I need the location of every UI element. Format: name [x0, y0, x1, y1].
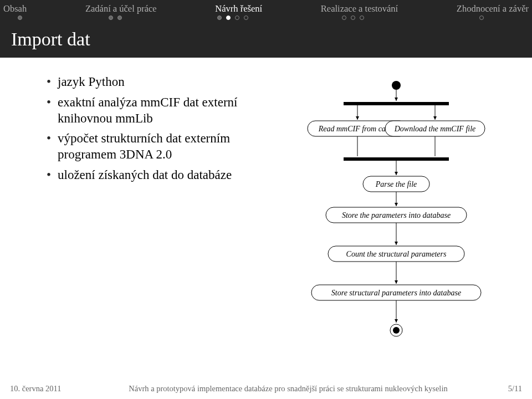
dots-zadani [65, 16, 166, 20]
nav-item-zhodnoceni[interactable]: Zhodnocení a závěr [453, 2, 532, 14]
progress-dot[interactable] [117, 16, 122, 20]
nav-item-obsah[interactable]: Obsah [0, 2, 30, 14]
label-count: Count the structural parameters [346, 250, 447, 258]
section-nav: Obsah Zadání a účel práce Návrh řešení R… [0, 0, 532, 14]
progress-dot[interactable] [360, 16, 364, 20]
nav-label: Zhodnocení a závěr [457, 3, 529, 14]
progress-dot[interactable] [235, 16, 239, 20]
nav-label: Zadání a účel práce [85, 3, 157, 14]
progress-dot[interactable] [217, 16, 222, 20]
bullet-list: jazyk Python exaktní analýza mmCIF dat e… [0, 74, 260, 385]
progress-dot[interactable] [18, 16, 22, 20]
nav-label: Realizace a testování [321, 3, 398, 14]
progress-dot[interactable] [342, 16, 346, 20]
bullet-item: výpočet strukturních dat externím progra… [47, 131, 260, 163]
progress-dots-row [0, 14, 532, 23]
label-read-cache: Read mmCIF from cache [318, 125, 397, 133]
label-parse: Parse the file [375, 180, 417, 188]
footer-date: 10. června 2011 [10, 384, 88, 393]
progress-dot[interactable] [351, 16, 355, 20]
slide: Obsah Zadání a účel práce Návrh řešení R… [0, 0, 532, 399]
progress-dot-current[interactable] [226, 16, 231, 20]
label-store-params: Store the parameters into database [342, 211, 451, 219]
bullet-item: uložení získaných dat do databáze [47, 167, 260, 183]
dots-obsah [0, 16, 40, 20]
fork-bar [344, 102, 449, 105]
dots-realizace [300, 16, 406, 20]
join-bar [344, 157, 449, 161]
progress-dot[interactable] [244, 16, 248, 20]
activity-diagram: Read mmCIF from cache Download the mmCIF… [260, 74, 515, 385]
nav-label: Obsah [3, 3, 27, 14]
end-node-inner [393, 327, 400, 334]
nav-item-realizace[interactable]: Realizace a testování [318, 2, 401, 14]
progress-dot[interactable] [109, 16, 113, 20]
label-store-struct: Store structural parameters into databas… [331, 289, 461, 297]
label-download: Download the mmCIF file [394, 125, 476, 133]
nav-label: Návrh řešení [215, 3, 262, 14]
start-node [392, 81, 401, 90]
slide-title: Import dat [0, 23, 532, 58]
footer-page: 5/11 [489, 384, 522, 393]
bullet-item: exaktní analýza mmCIF dat externí knihov… [47, 95, 260, 127]
progress-dot[interactable] [479, 16, 484, 20]
bullet-item: jazyk Python [47, 74, 260, 90]
content-area: jazyk Python exaktní analýza mmCIF dat e… [0, 58, 532, 385]
dots-zhodnoceni [431, 16, 532, 20]
nav-item-zadani[interactable]: Zadání a účel práce [82, 2, 160, 14]
dots-navrh [191, 16, 275, 20]
footer-title: Návrh a prototypová implementace databáz… [88, 384, 489, 393]
nav-item-navrh[interactable]: Návrh řešení [212, 2, 265, 14]
footer: 10. června 2011 Návrh a prototypová impl… [0, 380, 532, 399]
